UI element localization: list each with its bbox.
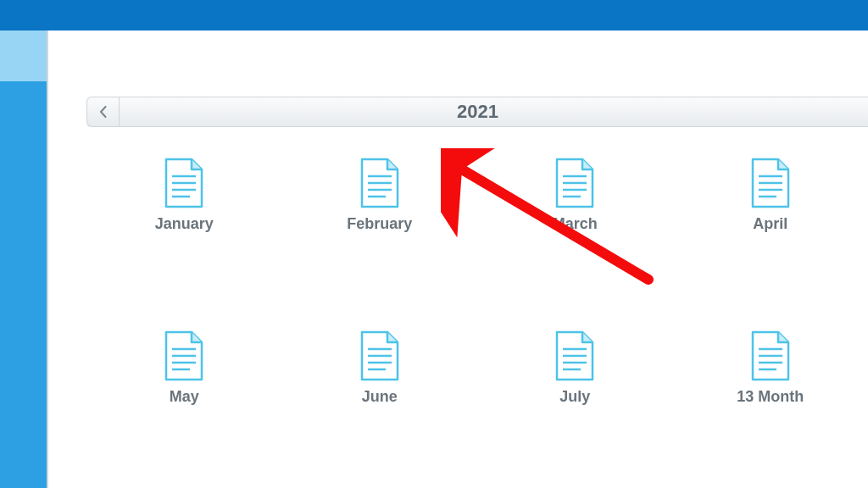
document-icon xyxy=(163,158,205,208)
file-grid: January February March April May June Ju… xyxy=(86,141,868,406)
file-item-april[interactable]: April xyxy=(673,158,869,233)
chevron-left-icon xyxy=(99,106,108,118)
document-icon xyxy=(749,330,792,381)
file-label: July xyxy=(559,388,590,406)
content-panel: 2021 January February March April May Ju… xyxy=(47,30,868,488)
sidebar-bottom-segment xyxy=(0,81,47,488)
window-titlebar xyxy=(0,0,868,30)
document-icon xyxy=(554,158,596,208)
file-label: January xyxy=(155,215,214,233)
file-label: April xyxy=(753,215,787,233)
document-icon xyxy=(163,330,205,381)
file-item-march[interactable]: March xyxy=(477,158,673,233)
file-item-13-month[interactable]: 13 Month xyxy=(673,330,869,406)
back-button[interactable] xyxy=(87,97,120,126)
file-label: 13 Month xyxy=(737,388,804,406)
document-icon xyxy=(359,158,401,208)
breadcrumb-bar: 2021 xyxy=(86,97,868,127)
file-item-june[interactable]: June xyxy=(282,330,478,406)
file-label: March xyxy=(553,215,598,233)
document-icon xyxy=(359,330,401,381)
document-icon xyxy=(554,330,596,381)
file-item-july[interactable]: July xyxy=(477,330,673,406)
file-item-january[interactable]: January xyxy=(86,158,282,233)
file-label: February xyxy=(347,215,412,233)
file-item-february[interactable]: February xyxy=(282,158,478,233)
file-item-may[interactable]: May xyxy=(86,330,282,406)
document-icon xyxy=(749,158,792,208)
folder-title: 2021 xyxy=(120,101,868,123)
file-label: June xyxy=(362,388,398,406)
file-label: May xyxy=(170,388,199,406)
sidebar-top-segment xyxy=(0,30,47,81)
